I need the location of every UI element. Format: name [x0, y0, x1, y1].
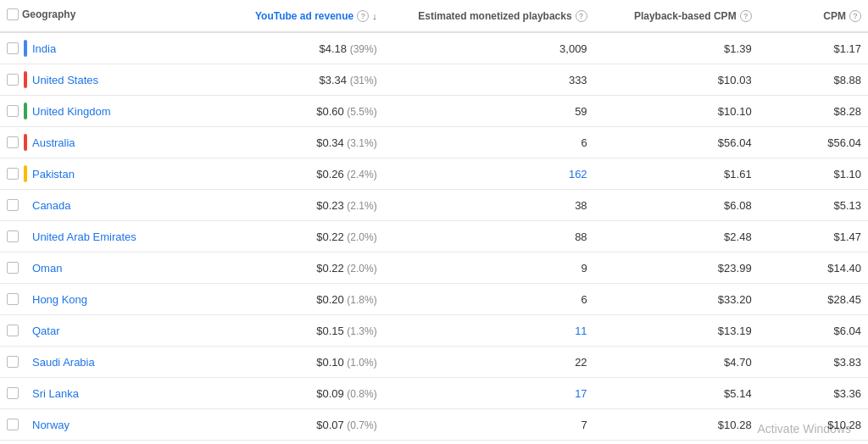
cpm-cell: $10.28 [759, 409, 868, 441]
playbacks-cell: 38 [384, 190, 594, 221]
country-link[interactable]: Canada [32, 199, 71, 212]
country-link[interactable]: Hong Kong [32, 293, 87, 306]
row-checkbox[interactable] [7, 325, 19, 336]
country-link[interactable]: Qatar [32, 325, 60, 337]
playback-cpm-info-icon[interactable]: ? [740, 10, 752, 22]
country-link[interactable]: Sri Lanka [32, 387, 79, 400]
revenue-cell: $0.07 (0.7%) [201, 441, 384, 445]
revenue-pct: (2.4%) [347, 169, 376, 180]
playback-cpm-cell: $2.48 [594, 221, 759, 253]
playback-cpm-cell: $33.20 [594, 284, 759, 315]
revenue-pct: (0.8%) [347, 388, 376, 400]
cpm-cell: $14.40 [759, 253, 868, 284]
cpm-info-icon[interactable]: ? [849, 10, 861, 22]
playbacks-cell: 6 [384, 127, 594, 158]
playbacks-cell: 6 [384, 284, 594, 315]
cpm-cell: $28.45 [759, 284, 868, 315]
playbacks-cell: 11 [384, 315, 594, 347]
country-link[interactable]: United Kingdom [32, 105, 111, 118]
table-row: United Kingdom$0.60 (5.5%)59$10.10$8.28 [0, 96, 868, 127]
playback-cpm-header: Playback-based CPM ? [594, 0, 759, 32]
geography-cell: United Arab Emirates [0, 221, 201, 252]
row-checkbox[interactable] [7, 230, 19, 242]
playbacks-cell: 88 [384, 221, 594, 253]
sort-down-icon[interactable]: ↓ [372, 11, 377, 21]
country-link[interactable]: Norway [32, 419, 70, 431]
playbacks-cell: 3,009 [384, 32, 594, 64]
revenue-value: $0.34 [316, 136, 347, 149]
row-checkbox[interactable] [7, 199, 19, 211]
cpm-cell: $1.10 [759, 158, 868, 190]
row-checkbox[interactable] [7, 356, 19, 368]
select-all-checkbox[interactable] [7, 8, 19, 20]
estimated-playbacks-label: Estimated monetized playbacks [418, 10, 571, 22]
country-color-bar [24, 197, 27, 214]
geography-cell: Sri Lanka [0, 378, 201, 408]
revenue-value: $0.20 [316, 293, 347, 306]
table-row: India$4.18 (39%)3,009$1.39$1.17 [0, 32, 868, 64]
geography-cell: Philippines [0, 441, 201, 444]
yt-revenue-header[interactable]: YouTube ad revenue ? ↓ [201, 0, 384, 32]
revenue-pct: (39%) [350, 43, 377, 55]
playback-cpm-label: Playback-based CPM [634, 10, 737, 22]
revenue-pct: (1.8%) [347, 294, 376, 306]
table-row: United States$3.34 (31%)333$10.03$8.88 [0, 64, 868, 96]
geography-cell: Norway [0, 409, 201, 440]
row-checkbox[interactable] [7, 387, 19, 399]
country-color-bar [24, 71, 27, 88]
country-link[interactable]: Pakistan [32, 168, 75, 180]
row-checkbox[interactable] [7, 262, 19, 274]
estimated-playbacks-info-icon[interactable]: ? [576, 10, 587, 22]
playback-cpm-cell: $1.39 [594, 32, 759, 64]
country-link[interactable]: India [32, 42, 56, 55]
country-color-bar [24, 416, 27, 433]
row-checkbox[interactable] [7, 419, 19, 430]
revenue-value: $0.60 [316, 105, 347, 118]
analytics-table: Geography YouTube ad revenue ? ↓ Estimat… [0, 0, 868, 444]
yt-revenue-info-icon[interactable]: ? [357, 10, 369, 22]
country-link[interactable]: Oman [32, 262, 62, 275]
cpm-cell: $1.47 [759, 221, 868, 253]
row-checkbox[interactable] [7, 105, 19, 117]
revenue-value: $0.26 [316, 168, 347, 180]
playbacks-cell: 333 [384, 64, 594, 96]
geography-cell: Hong Kong [0, 284, 201, 314]
table-row: Canada$0.23 (2.1%)38$6.08$5.13 [0, 190, 868, 221]
table-row: Hong Kong$0.20 (1.8%)6$33.20$28.45 [0, 284, 868, 315]
row-checkbox[interactable] [7, 168, 19, 180]
row-checkbox[interactable] [7, 42, 19, 54]
geography-cell: Qatar [0, 315, 201, 346]
country-link[interactable]: United Arab Emirates [32, 230, 136, 243]
estimated-playbacks-header: Estimated monetized playbacks ? [384, 0, 594, 32]
row-checkbox[interactable] [7, 293, 19, 305]
country-link[interactable]: Australia [32, 136, 75, 149]
revenue-pct: (31%) [350, 75, 377, 86]
revenue-pct: (0.7%) [347, 419, 376, 431]
cpm-label: CPM [823, 10, 846, 22]
playback-cpm-cell: $5.14 [594, 378, 759, 409]
country-link[interactable]: United States [32, 74, 98, 86]
playbacks-cell: 9 [384, 253, 594, 284]
revenue-cell: $0.34 (3.1%) [201, 127, 384, 158]
revenue-cell: $0.15 (1.3%) [201, 315, 384, 347]
table-row: Philippines$0.07 (0.7%)42$1.70$1.49 [0, 441, 868, 445]
cpm-header: CPM ? [759, 0, 868, 32]
country-color-bar [24, 103, 27, 119]
revenue-value: $0.22 [316, 230, 347, 243]
geography-cell: Canada [0, 190, 201, 220]
row-checkbox[interactable] [7, 136, 19, 148]
revenue-cell: $0.60 (5.5%) [201, 96, 384, 127]
table-row: Qatar$0.15 (1.3%)11$13.19$6.04 [0, 315, 868, 347]
playback-cpm-cell: $10.03 [594, 64, 759, 96]
playback-cpm-cell: $6.08 [594, 190, 759, 221]
playbacks-cell: 162 [384, 158, 594, 190]
revenue-cell: $0.07 (0.7%) [201, 409, 384, 441]
country-color-bar [24, 291, 27, 308]
country-link[interactable]: Saudi Arabia [32, 356, 95, 369]
geography-label: Geography [22, 8, 75, 20]
row-checkbox[interactable] [7, 74, 19, 86]
revenue-value: $0.10 [316, 356, 347, 369]
geography-header: Geography [0, 0, 201, 32]
revenue-value: $3.34 [320, 74, 350, 86]
revenue-cell: $3.34 (31%) [201, 64, 384, 96]
